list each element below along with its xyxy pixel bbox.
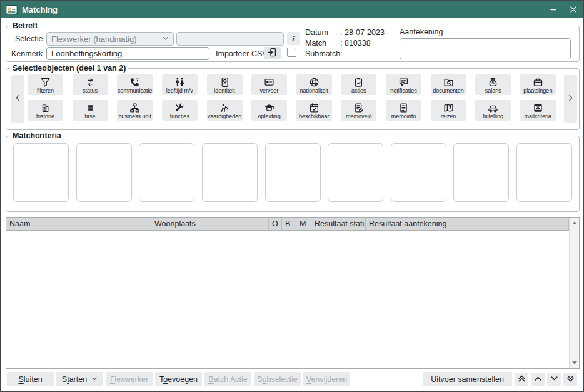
datum-value: : 28-07-2023: [340, 28, 385, 37]
selectieobject-vaardigheden-button[interactable]: vaardigheden: [207, 100, 243, 121]
worker-icon: [219, 103, 230, 113]
sluiten-button[interactable]: Sluiten: [7, 372, 54, 386]
submatch-value: :: [340, 49, 342, 58]
matchcriteria-slot[interactable]: [13, 143, 69, 202]
selectieobject-notificaties-button[interactable]: notificaties: [386, 74, 421, 95]
verwijderen-button[interactable]: Verwijderen: [303, 372, 350, 386]
selectieobject-documenten-button[interactable]: documenten: [431, 74, 466, 95]
submatch-label: Submatch: [305, 49, 340, 58]
selectieobject-leeftijd-m-v-button[interactable]: leeftijd m/v: [162, 74, 198, 95]
close-button[interactable]: [563, 1, 583, 18]
betreft-group: Betreft Selectie Flexwerker (handmatig) …: [6, 26, 580, 62]
toevoegen-button[interactable]: Toevoegen: [155, 372, 202, 386]
persons-icon: [174, 77, 185, 88]
selectieobject-mailcriteria-button[interactable]: mailcriteria: [520, 100, 556, 121]
selectieobject-reizen-button[interactable]: reizen: [431, 100, 466, 121]
chevron-double-down-icon: [566, 374, 575, 385]
tools-icon: [174, 103, 185, 113]
speech-bubble-icon: [398, 77, 409, 88]
chevron-up-button[interactable]: [531, 373, 545, 386]
graduation-cap-icon: [264, 103, 274, 113]
uitvoer-samenstellen-button[interactable]: Uitvoer samenstellen: [423, 372, 512, 386]
minimize-icon: [550, 6, 557, 13]
results-table-body[interactable]: [6, 231, 569, 368]
betreft-legend: Betreft: [10, 21, 40, 30]
selectieobject-nationaliteit-button[interactable]: nationaliteit: [296, 74, 332, 95]
selectieobject-identiteit-button[interactable]: identiteit: [207, 74, 243, 95]
column-header-m[interactable]: M: [296, 218, 311, 230]
column-header-resultaat-aantekening[interactable]: Resultaat aantekening: [366, 218, 569, 230]
chevron-down-icon: [91, 375, 98, 384]
column-header-woonplaats[interactable]: Woonplaats: [151, 218, 269, 230]
selectieobject-business-unit-button[interactable]: business unit: [117, 100, 153, 121]
toolbar-next-button[interactable]: [564, 75, 577, 123]
selectieobject-functies-button[interactable]: functies: [162, 100, 198, 121]
aantekening-textarea[interactable]: [400, 38, 571, 59]
chevron-up-icon: [533, 374, 543, 385]
selectieobject-salaris-button[interactable]: $salaris: [475, 74, 511, 95]
matchcriteria-slot[interactable]: [516, 143, 572, 202]
matchcriteria-slot[interactable]: [391, 143, 446, 202]
info-button[interactable]: i: [287, 32, 300, 45]
matchcriteria-slot[interactable]: [265, 143, 321, 202]
selectieobject-fase-button[interactable]: fase: [73, 100, 108, 121]
selectieobject-beschikbaar-button[interactable]: beschikbaar: [296, 100, 332, 121]
selectieobject-vervoer-button[interactable]: vervoer: [251, 74, 287, 95]
import-csv-checkbox[interactable]: [287, 48, 296, 57]
selectie-dropdown[interactable]: Flexwerker (handmatig): [46, 32, 174, 46]
svg-text:$: $: [492, 79, 495, 85]
datum-label: Datum: [305, 28, 340, 37]
column-header-b[interactable]: B: [282, 218, 296, 230]
results-table-header: NaamWoonplaatsOBMResultaat statusResulta…: [6, 218, 569, 231]
selectieobject-filteren-button[interactable]: filteren: [28, 74, 63, 95]
matchcriteria-slots: [13, 143, 572, 202]
selectieobject-acties-button[interactable]: acties: [341, 74, 376, 95]
selectieobject-plaatsingen-button[interactable]: plaatsingen: [520, 74, 556, 95]
import-csv-button[interactable]: [264, 47, 281, 59]
scroll-up-arrow[interactable]: [572, 221, 577, 224]
selectie-label: Selectie: [15, 34, 43, 43]
selectieobject-memoveld-button[interactable]: memoveld: [341, 100, 376, 121]
column-header-o[interactable]: O: [269, 218, 282, 230]
matchcriteria-slot[interactable]: [453, 143, 509, 202]
column-header-naam[interactable]: Naam: [6, 218, 151, 230]
chevron-left-icon: [14, 94, 22, 104]
chevron-double-up-icon: [517, 374, 526, 385]
passport-icon: [219, 77, 230, 88]
match-label: Match: [305, 39, 340, 48]
orgchart-icon: [129, 103, 140, 113]
importeer-csv-label: Importeer CSV: [216, 49, 268, 58]
map-pin-icon: [443, 103, 454, 113]
starten-button[interactable]: Starten: [56, 372, 103, 386]
chevron-right-icon: [566, 94, 575, 104]
selectieobject-memoinfo-button[interactable]: memoinfo: [386, 100, 421, 121]
selectie-secondary-field[interactable]: [176, 32, 284, 46]
column-header-resultaat-status[interactable]: Resultaat status: [311, 218, 366, 230]
matchcriteria-slot[interactable]: [139, 143, 194, 202]
selectieobject-bijtelling-button[interactable]: bijtelling: [475, 100, 511, 121]
toolbar-prev-button[interactable]: [11, 75, 24, 123]
selectieobject-communicatie-button[interactable]: communicatie: [117, 74, 153, 95]
calendar-check-icon: [309, 103, 320, 113]
chevron-down-button[interactable]: [547, 373, 561, 386]
scroll-down-arrow[interactable]: [572, 361, 577, 364]
results-scrollbar[interactable]: [569, 218, 579, 368]
matching-window: Matching Betreft Selectie Flexwerker (ha…: [0, 0, 584, 392]
clipboard-check-icon: [353, 77, 364, 88]
subselectie-button[interactable]: Subselectie: [254, 372, 301, 386]
close-icon: [570, 6, 577, 13]
selectieobject-historie-button[interactable]: historie: [28, 100, 63, 121]
matchcriteria-slot[interactable]: [328, 143, 383, 202]
flexwerker-button[interactable]: Flexwerker: [106, 372, 153, 386]
selectieobject-opleiding-button[interactable]: opleiding: [251, 100, 287, 121]
selectieobject-status-button[interactable]: status: [73, 74, 108, 95]
window-controls: [543, 1, 583, 18]
minimize-button[interactable]: [543, 1, 563, 18]
chevron-double-down-button[interactable]: [563, 373, 577, 386]
chevron-double-up-button[interactable]: [515, 373, 528, 386]
batch-actie-button[interactable]: Batch Actie: [204, 372, 251, 386]
kenmerk-input[interactable]: [46, 47, 209, 60]
layers-icon: [85, 103, 96, 113]
matchcriteria-slot[interactable]: [202, 143, 258, 202]
matchcriteria-slot[interactable]: [76, 143, 132, 202]
